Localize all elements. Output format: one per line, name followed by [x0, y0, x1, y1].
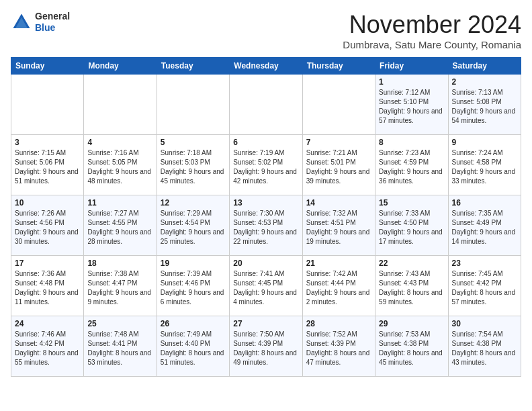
day-info: Sunrise: 7:48 AMSunset: 4:41 PMDaylight:… [87, 330, 152, 367]
calendar-cell: 27Sunrise: 7:50 AMSunset: 4:39 PMDayligh… [230, 316, 302, 377]
calendar-body: 1Sunrise: 7:12 AMSunset: 5:10 PMDaylight… [11, 75, 521, 377]
month-title: November 2024 [343, 11, 521, 39]
logo-blue: Blue [35, 22, 70, 34]
day-info: Sunrise: 7:19 AMSunset: 5:02 PMDaylight:… [233, 148, 298, 186]
weekday-header-row: SundayMondayTuesdayWednesdayThursdayFrid… [11, 58, 521, 75]
calendar-header: SundayMondayTuesdayWednesdayThursdayFrid… [11, 58, 521, 75]
calendar-cell: 14Sunrise: 7:32 AMSunset: 4:51 PMDayligh… [302, 195, 375, 256]
weekday-header-friday: Friday [375, 58, 448, 75]
calendar-cell: 6Sunrise: 7:19 AMSunset: 5:02 PMDaylight… [230, 135, 302, 195]
calendar-cell: 21Sunrise: 7:42 AMSunset: 4:44 PMDayligh… [302, 256, 375, 316]
day-info: Sunrise: 7:24 AMSunset: 4:58 PMDaylight:… [452, 148, 517, 186]
day-number: 20 [233, 259, 298, 268]
calendar-cell: 11Sunrise: 7:27 AMSunset: 4:55 PMDayligh… [84, 195, 157, 256]
calendar-cell [157, 75, 229, 135]
calendar-cell: 29Sunrise: 7:53 AMSunset: 4:38 PMDayligh… [375, 316, 448, 377]
location-title: Dumbrava, Satu Mare County, Romania [343, 39, 521, 50]
calendar-cell: 26Sunrise: 7:49 AMSunset: 4:40 PMDayligh… [157, 316, 229, 377]
day-info: Sunrise: 7:43 AMSunset: 4:43 PMDaylight:… [379, 269, 444, 307]
calendar-cell: 16Sunrise: 7:35 AMSunset: 4:49 PMDayligh… [448, 195, 521, 256]
day-number: 3 [15, 138, 80, 147]
day-number: 2 [452, 77, 517, 87]
calendar-cell [84, 75, 157, 135]
day-number: 18 [87, 259, 152, 268]
calendar-week-5: 24Sunrise: 7:46 AMSunset: 4:42 PMDayligh… [11, 316, 521, 377]
calendar-cell: 10Sunrise: 7:26 AMSunset: 4:56 PMDayligh… [11, 195, 84, 256]
calendar-cell: 28Sunrise: 7:52 AMSunset: 4:39 PMDayligh… [302, 316, 375, 377]
day-info: Sunrise: 7:45 AMSunset: 4:42 PMDaylight:… [452, 269, 517, 307]
day-number: 26 [161, 319, 226, 328]
day-number: 13 [233, 198, 298, 208]
weekday-header-thursday: Thursday [302, 58, 375, 75]
day-number: 11 [87, 198, 152, 208]
day-info: Sunrise: 7:50 AMSunset: 4:39 PMDaylight:… [233, 330, 298, 367]
day-number: 17 [15, 259, 80, 268]
weekday-header-saturday: Saturday [448, 58, 521, 75]
weekday-header-sunday: Sunday [11, 58, 84, 75]
day-info: Sunrise: 7:30 AMSunset: 4:53 PMDaylight:… [233, 209, 298, 246]
day-info: Sunrise: 7:35 AMSunset: 4:49 PMDaylight:… [452, 209, 517, 246]
day-number: 4 [87, 138, 152, 147]
calendar-cell: 7Sunrise: 7:21 AMSunset: 5:01 PMDaylight… [302, 135, 375, 195]
logo-icon [11, 11, 32, 33]
calendar-cell: 20Sunrise: 7:41 AMSunset: 4:45 PMDayligh… [230, 256, 302, 316]
day-info: Sunrise: 7:53 AMSunset: 4:38 PMDaylight:… [379, 330, 444, 367]
logo: General Blue [11, 11, 70, 34]
calendar-cell: 19Sunrise: 7:39 AMSunset: 4:46 PMDayligh… [157, 256, 229, 316]
day-info: Sunrise: 7:36 AMSunset: 4:48 PMDaylight:… [15, 269, 80, 307]
calendar-week-1: 1Sunrise: 7:12 AMSunset: 5:10 PMDaylight… [11, 75, 521, 135]
calendar-cell: 17Sunrise: 7:36 AMSunset: 4:48 PMDayligh… [11, 256, 84, 316]
calendar-cell: 1Sunrise: 7:12 AMSunset: 5:10 PMDaylight… [375, 75, 448, 135]
title-block: November 2024 Dumbrava, Satu Mare County… [343, 11, 521, 50]
day-number: 25 [87, 319, 152, 328]
weekday-header-wednesday: Wednesday [230, 58, 302, 75]
day-info: Sunrise: 7:54 AMSunset: 4:38 PMDaylight:… [452, 330, 517, 367]
calendar-table: SundayMondayTuesdayWednesdayThursdayFrid… [11, 57, 521, 377]
calendar-cell: 25Sunrise: 7:48 AMSunset: 4:41 PMDayligh… [84, 316, 157, 377]
day-number: 30 [452, 319, 517, 328]
calendar-cell: 4Sunrise: 7:16 AMSunset: 5:05 PMDaylight… [84, 135, 157, 195]
day-number: 10 [15, 198, 80, 208]
calendar-cell: 15Sunrise: 7:33 AMSunset: 4:50 PMDayligh… [375, 195, 448, 256]
day-number: 14 [306, 198, 371, 208]
calendar-cell: 22Sunrise: 7:43 AMSunset: 4:43 PMDayligh… [375, 256, 448, 316]
calendar-cell [230, 75, 302, 135]
calendar-cell [302, 75, 375, 135]
day-number: 21 [306, 259, 371, 268]
calendar-cell: 30Sunrise: 7:54 AMSunset: 4:38 PMDayligh… [448, 316, 521, 377]
calendar-cell [11, 75, 84, 135]
day-number: 16 [452, 198, 517, 208]
day-info: Sunrise: 7:13 AMSunset: 5:08 PMDaylight:… [452, 88, 517, 126]
calendar-cell: 2Sunrise: 7:13 AMSunset: 5:08 PMDaylight… [448, 75, 521, 135]
day-number: 12 [161, 198, 226, 208]
page-header: General Blue November 2024 Dumbrava, Sat… [11, 11, 521, 50]
day-number: 27 [233, 319, 298, 328]
day-info: Sunrise: 7:39 AMSunset: 4:46 PMDaylight:… [161, 269, 226, 307]
day-info: Sunrise: 7:23 AMSunset: 4:59 PMDaylight:… [379, 148, 444, 186]
weekday-header-monday: Monday [84, 58, 157, 75]
calendar-cell: 18Sunrise: 7:38 AMSunset: 4:47 PMDayligh… [84, 256, 157, 316]
day-info: Sunrise: 7:15 AMSunset: 5:06 PMDaylight:… [15, 148, 80, 186]
calendar-week-2: 3Sunrise: 7:15 AMSunset: 5:06 PMDaylight… [11, 135, 521, 195]
calendar-cell: 24Sunrise: 7:46 AMSunset: 4:42 PMDayligh… [11, 316, 84, 377]
calendar-cell: 8Sunrise: 7:23 AMSunset: 4:59 PMDaylight… [375, 135, 448, 195]
day-number: 5 [161, 138, 226, 147]
calendar-cell: 23Sunrise: 7:45 AMSunset: 4:42 PMDayligh… [448, 256, 521, 316]
day-info: Sunrise: 7:49 AMSunset: 4:40 PMDaylight:… [161, 330, 226, 367]
calendar-cell: 3Sunrise: 7:15 AMSunset: 5:06 PMDaylight… [11, 135, 84, 195]
day-number: 29 [379, 319, 444, 328]
day-info: Sunrise: 7:26 AMSunset: 4:56 PMDaylight:… [15, 209, 80, 246]
day-number: 15 [379, 198, 444, 208]
day-number: 28 [306, 319, 371, 328]
day-info: Sunrise: 7:21 AMSunset: 5:01 PMDaylight:… [306, 148, 371, 186]
day-info: Sunrise: 7:32 AMSunset: 4:51 PMDaylight:… [306, 209, 371, 246]
day-number: 19 [161, 259, 226, 268]
day-info: Sunrise: 7:52 AMSunset: 4:39 PMDaylight:… [306, 330, 371, 367]
day-number: 23 [452, 259, 517, 268]
day-number: 7 [306, 138, 371, 147]
day-info: Sunrise: 7:16 AMSunset: 5:05 PMDaylight:… [87, 148, 152, 186]
day-info: Sunrise: 7:46 AMSunset: 4:42 PMDaylight:… [15, 330, 80, 367]
day-number: 1 [379, 77, 444, 87]
logo-general: General [35, 11, 70, 22]
calendar-cell: 12Sunrise: 7:29 AMSunset: 4:54 PMDayligh… [157, 195, 229, 256]
